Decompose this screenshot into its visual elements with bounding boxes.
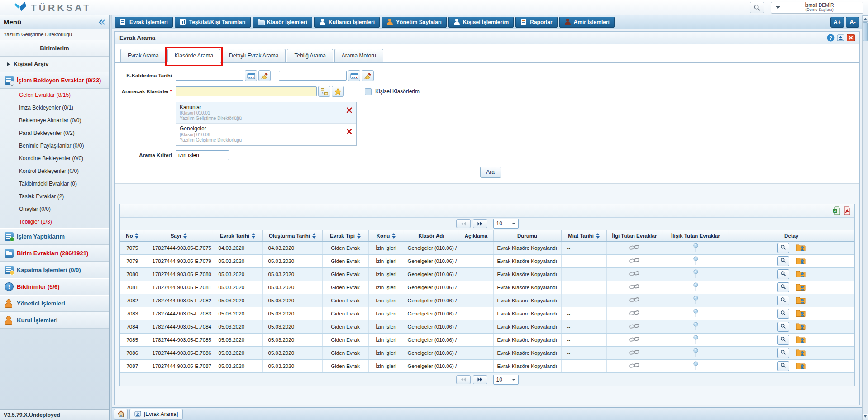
link-chain-icon[interactable] — [629, 363, 640, 369]
global-search-button[interactable] — [750, 2, 764, 13]
sort-icon[interactable] — [312, 233, 316, 239]
link-chain-icon[interactable] — [629, 244, 640, 251]
export-excel-button[interactable]: X — [833, 206, 840, 215]
table-row[interactable]: 7079 17827444-903.05-E.7079 05.03.2020 0… — [120, 255, 854, 268]
clear-date-from-button[interactable] — [258, 70, 271, 81]
detail-button[interactable] — [777, 335, 789, 345]
column-header[interactable]: Konu — [368, 230, 404, 242]
pin-icon[interactable] — [693, 296, 699, 305]
link-chain-icon[interactable] — [629, 284, 640, 290]
sidebar-item[interactable]: Benimle Paylaşılanlar (0/0) — [0, 139, 109, 152]
tab[interactable]: Arama Motoru — [334, 49, 383, 62]
sidebar-item[interactable]: Kontrol Bekleyenler (0/0) — [0, 165, 109, 177]
dock-page-icon[interactable] — [837, 34, 844, 41]
sort-icon[interactable] — [596, 233, 600, 239]
table-row[interactable]: 7083 17827444-903.05-E.7083 05.03.2020 0… — [120, 307, 854, 320]
column-header[interactable]: Miat Tarihi — [561, 230, 606, 242]
column-header[interactable]: Açıklama — [459, 230, 493, 242]
folder-tree-picker-button[interactable] — [318, 86, 330, 97]
column-header[interactable]: Oluşturma Tarihi — [262, 230, 322, 242]
pin-icon[interactable] — [693, 243, 699, 252]
folder-user-icon[interactable] — [796, 270, 806, 279]
sidebar-item[interactable]: İmza Bekleyenler (0/1) — [0, 101, 109, 114]
sort-icon[interactable] — [183, 233, 187, 239]
sort-icon[interactable] — [357, 233, 361, 239]
column-header[interactable]: Klasör Adı — [404, 230, 459, 242]
first-page-button[interactable] — [456, 375, 471, 384]
sort-icon[interactable] — [135, 233, 138, 239]
folders-input[interactable] — [176, 86, 317, 96]
sidebar-collapse-icon[interactable] — [98, 19, 105, 25]
top-menu-item[interactable]: Teşkilat/Kişi Tanımları — [175, 17, 251, 28]
sidebar-item[interactable]: Kapatma İşlemleri (0/0) — [0, 262, 109, 278]
favorite-folders-button[interactable] — [332, 86, 344, 97]
column-header[interactable]: Evrak Tarihi — [213, 230, 262, 242]
sidebar-item[interactable]: Birimlerim — [0, 40, 109, 57]
tab[interactable]: Tebliğ Arama — [287, 49, 333, 62]
folder-user-icon[interactable] — [796, 310, 806, 318]
column-header[interactable]: İlişik Tutan Evraklar — [663, 230, 729, 242]
remove-folder-button[interactable] — [346, 128, 353, 136]
column-header[interactable]: Sayı — [145, 230, 213, 242]
table-row[interactable]: 7082 17827444-903.05-E.7082 05.03.2020 0… — [120, 294, 854, 307]
personal-folders-checkbox[interactable] — [365, 88, 372, 95]
folder-user-icon[interactable] — [796, 362, 806, 371]
sidebar-item[interactable]: Onaylar (0/0) — [0, 203, 109, 215]
scrollbar-thumb[interactable] — [863, 22, 868, 41]
table-row[interactable]: 7086 17827444-903.05-E.7086 05.03.2020 0… — [120, 347, 854, 360]
pin-icon[interactable] — [693, 335, 699, 344]
sidebar-item[interactable]: İşlem Bekleyen Evraklar (9/23) — [0, 72, 109, 89]
table-row[interactable]: 7085 17827444-903.05-E.7085 05.03.2020 0… — [120, 334, 854, 347]
scroll-up-button[interactable] — [863, 15, 868, 22]
top-menu-item[interactable]: Evrak İşlemleri — [115, 17, 173, 28]
detail-button[interactable] — [777, 256, 789, 266]
scrollbar-track[interactable] — [863, 42, 868, 414]
link-chain-icon[interactable] — [629, 297, 640, 303]
column-header[interactable]: Detay — [729, 230, 854, 242]
date-to-input[interactable] — [279, 71, 347, 81]
next-page-button[interactable] — [473, 219, 487, 228]
tab[interactable]: Detaylı Evrak Arama — [222, 49, 286, 62]
folder-user-icon[interactable] — [796, 349, 806, 358]
page-size-select[interactable]: 10 — [493, 375, 519, 385]
pin-icon[interactable] — [693, 348, 699, 357]
font-decrease-button[interactable]: A- — [846, 17, 859, 28]
vertical-scrollbar[interactable] — [862, 15, 868, 420]
sidebar-item[interactable]: Kişisel Arşiv — [0, 57, 109, 72]
sidebar-item[interactable]: Bildirimler (5/6) — [0, 278, 109, 295]
scroll-down-button[interactable] — [863, 414, 868, 420]
pin-icon[interactable] — [693, 361, 699, 370]
top-menu-item[interactable]: Kullanıcı İşlemleri — [314, 17, 380, 28]
detail-button[interactable] — [777, 361, 789, 371]
folder-user-icon[interactable] — [796, 244, 806, 253]
folder-user-icon[interactable] — [796, 257, 806, 266]
column-header[interactable]: Durumu — [493, 230, 561, 242]
taskbar-tab-evrak-arama[interactable]: [Evrak Arama] — [129, 409, 183, 420]
first-page-button[interactable] — [456, 219, 471, 228]
link-chain-icon[interactable] — [629, 323, 640, 329]
sidebar-item[interactable]: Tebliğler (1/3) — [0, 215, 109, 228]
table-row[interactable]: 7084 17827444-903.05-E.7084 05.03.2020 0… — [120, 320, 854, 334]
link-chain-icon[interactable] — [629, 310, 640, 316]
pin-icon[interactable] — [693, 322, 699, 331]
sidebar-item[interactable]: Paraf Bekleyenler (0/2) — [0, 127, 109, 139]
sidebar-item[interactable]: Koordine Bekleyenler (0/0) — [0, 152, 109, 165]
detail-button[interactable] — [777, 322, 789, 332]
table-row[interactable]: 7075 17827444-903.05-E.7075 04.03.2020 0… — [120, 242, 854, 255]
calendar-button-to[interactable] — [348, 70, 360, 81]
folder-user-icon[interactable] — [796, 336, 806, 344]
search-button[interactable]: Ara — [480, 167, 501, 178]
detail-button[interactable] — [777, 269, 789, 279]
sidebar-item[interactable]: Kurul İşlemleri — [0, 312, 109, 329]
folder-user-icon[interactable] — [796, 296, 806, 305]
sidebar-item[interactable]: Gelen Evraklar (8/15) — [0, 89, 109, 101]
tab[interactable]: Klasörde Arama — [167, 49, 220, 62]
export-pdf-button[interactable] — [844, 206, 851, 215]
sidebar-item[interactable]: Beklemeye Alınanlar (0/0) — [0, 114, 109, 127]
table-row[interactable]: 7087 17827444-903.05-E.7087 05.03.2020 0… — [120, 360, 854, 373]
sidebar-item[interactable]: İşlem Yaptıklarım — [0, 228, 109, 245]
sidebar-item[interactable]: Takibimdeki Evraklar (0) — [0, 177, 109, 190]
top-menu-item[interactable]: Klasör İşlemleri — [253, 17, 312, 28]
search-criteria-input[interactable] — [176, 150, 229, 160]
top-menu-item[interactable]: Yönetim Sayfaları — [382, 17, 447, 28]
